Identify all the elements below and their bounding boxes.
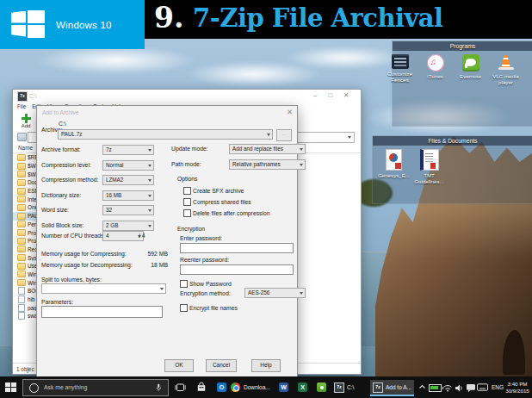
- evernote-icon: [462, 54, 479, 72]
- chrome-task-button[interactable]: Downloa...: [231, 382, 275, 393]
- battery-icon[interactable]: [429, 384, 442, 392]
- chevron-down-icon: [348, 136, 351, 139]
- desktop-icon-vlc[interactable]: VLC media player: [488, 54, 523, 85]
- folder-icon: [17, 188, 26, 195]
- close-icon[interactable]: ✕: [287, 108, 293, 116]
- field-combobox[interactable]: Normal: [102, 160, 154, 171]
- field-combobox[interactable]: 7z: [102, 145, 154, 155]
- folder-icon: [17, 196, 26, 202]
- menu-item-file[interactable]: File: [17, 103, 26, 109]
- show-password-checkbox[interactable]: [180, 280, 188, 288]
- 7zip-window-label: C:\: [347, 384, 354, 390]
- cancel-button[interactable]: Cancel: [206, 359, 237, 372]
- chevron-up-icon[interactable]: [418, 383, 426, 390]
- field-combobox[interactable]: 32: [102, 205, 154, 215]
- checkbox-label: Create SFX archive: [193, 188, 244, 194]
- field-combobox[interactable]: LZMA2: [102, 175, 154, 185]
- encryption-method-combobox[interactable]: AES-256: [244, 288, 306, 298]
- desktop-icon-pdf-tmt[interactable]: TMT Guidelines...: [411, 149, 447, 184]
- language-indicator[interactable]: ENG: [492, 384, 504, 390]
- checkbox-label: Delete files after compression: [193, 210, 270, 216]
- archive-name-combobox[interactable]: PAUL.7z: [58, 129, 273, 140]
- 7zip-app-icon: 7z: [17, 91, 28, 102]
- help-button[interactable]: Help: [251, 359, 281, 372]
- checkbox[interactable]: [183, 198, 191, 206]
- touch-keyboard-icon[interactable]: [477, 383, 488, 391]
- action-center-icon[interactable]: [466, 382, 476, 393]
- checkbox[interactable]: [183, 187, 191, 195]
- excel-icon[interactable]: X: [298, 382, 307, 392]
- enter-password-input[interactable]: [180, 243, 294, 253]
- cloud: [34, 46, 198, 75]
- reenter-password-input[interactable]: [180, 264, 294, 275]
- encryption-method-label: Encryption method:: [180, 290, 231, 296]
- green-app-icon[interactable]: [317, 382, 326, 392]
- add-to-archive-window-button[interactable]: 7z Add to A...: [370, 380, 414, 396]
- desktop-icon-label: TMT Guidelines...: [412, 172, 447, 184]
- path-mode-combobox[interactable]: Relative pathnames: [229, 159, 306, 170]
- start-button[interactable]: [5, 382, 16, 392]
- windows-logo-icon: [11, 10, 46, 40]
- file-item-label: hib: [28, 296, 35, 302]
- folder-icon: [17, 163, 26, 170]
- chrome-icon: [231, 382, 240, 392]
- update-mode-combobox[interactable]: Add and replace files: [229, 144, 306, 154]
- cortana-icon: [29, 383, 39, 393]
- checkbox-label: Compress shared files: [193, 199, 251, 205]
- file-icon: [18, 312, 25, 320]
- word-icon[interactable]: W: [279, 382, 288, 392]
- archive-path: C:\: [59, 121, 66, 127]
- desktop-icon-customize-fences[interactable]: Customize Fences: [382, 54, 418, 85]
- outlook-icon[interactable]: O: [217, 382, 226, 392]
- customize-fences-icon: [392, 54, 409, 69]
- desktop-icon-evernote[interactable]: Evernote: [453, 54, 488, 85]
- microphone-icon[interactable]: [154, 383, 163, 392]
- network-icon[interactable]: [442, 383, 453, 392]
- close-icon[interactable]: ✕: [338, 91, 354, 99]
- task-view-icon[interactable]: [175, 382, 186, 393]
- search-box[interactable]: Ask me anything: [22, 379, 169, 396]
- field-combobox[interactable]: 16 MB: [102, 190, 154, 201]
- folder-icon: [17, 179, 26, 186]
- parameters-input[interactable]: [41, 306, 163, 318]
- desktop-icon-label: Evernote: [460, 73, 481, 79]
- clock[interactable]: 3:40 PM 30/9/2015: [504, 381, 530, 395]
- fence-title: Files & Documents: [373, 136, 532, 146]
- memory-decompress-value: 18 MB: [123, 262, 168, 268]
- chevron-down-icon: [267, 134, 270, 136]
- taskbar: Ask me anything O Downloa... W X 7z C:\ …: [0, 376, 532, 398]
- checkbox[interactable]: [183, 209, 191, 217]
- store-icon[interactable]: [196, 382, 207, 393]
- 7zip-window-button[interactable]: 7z C:\: [331, 380, 356, 395]
- memory-decompress-label: Memory usage for Decompressing:: [41, 262, 133, 268]
- encrypt-file-names-checkbox[interactable]: [180, 304, 188, 312]
- ok-button[interactable]: OK: [164, 359, 194, 372]
- field-combobox[interactable]: 2 GB: [102, 221, 154, 231]
- field-label: Compression level:: [41, 162, 91, 168]
- browse-button[interactable]: ...: [276, 129, 292, 141]
- chevron-down-icon: [160, 288, 164, 290]
- field-row: Archive format:7z: [41, 145, 188, 155]
- folder-icon: [17, 154, 26, 161]
- update-mode-label: Update mode:: [171, 146, 208, 152]
- desktop-icon-pdf-genesys[interactable]: Genesys_E...: [376, 149, 411, 184]
- maximize-icon[interactable]: □: [323, 91, 338, 99]
- split-volumes-combobox[interactable]: [41, 283, 166, 294]
- minimize-icon[interactable]: –: [307, 91, 323, 99]
- folder-icon: [17, 171, 26, 177]
- volume-icon[interactable]: [455, 383, 464, 393]
- cpu-threads-total: / 4: [139, 233, 145, 239]
- file-item-label: Pro: [28, 238, 36, 244]
- column-name[interactable]: Name: [18, 145, 33, 151]
- fence-programs: Programs Customize FencesiTunesEvernoteV…: [392, 40, 532, 127]
- desktop-icon-itunes[interactable]: iTunes: [418, 54, 453, 85]
- folder-icon: [17, 221, 26, 227]
- chevron-down-icon: [300, 292, 303, 295]
- field-label: Archive format:: [41, 146, 81, 152]
- cpu-threads-combobox[interactable]: 4: [102, 231, 144, 241]
- folder-icon: [17, 204, 26, 211]
- window-titlebar[interactable]: 7z C:\ –□✕: [13, 90, 361, 103]
- field-label: Dictionary size:: [41, 192, 81, 198]
- add-button[interactable]: Add: [19, 113, 33, 130]
- combobox-value: LZMA2: [106, 177, 123, 183]
